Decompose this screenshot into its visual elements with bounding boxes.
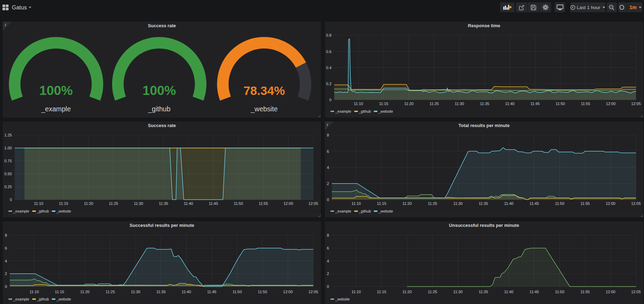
- svg-text:12:00: 12:00: [606, 102, 616, 106]
- svg-text:0: 0: [327, 284, 329, 289]
- svg-text:2: 2: [327, 272, 329, 276]
- svg-text:12:00: 12:00: [606, 201, 615, 206]
- svg-text:4: 4: [327, 165, 329, 170]
- svg-text:11:35: 11:35: [479, 290, 488, 294]
- svg-text:11:55: 11:55: [580, 201, 590, 206]
- svg-text:_github: _github: [148, 105, 170, 113]
- svg-text:12:05: 12:05: [308, 290, 318, 294]
- svg-text:0: 0: [329, 98, 331, 102]
- svg-text:11:15: 11:15: [59, 201, 68, 206]
- svg-text:12:05: 12:05: [631, 290, 641, 294]
- svg-text:_website: _website: [250, 105, 278, 113]
- svg-text:11:10: 11:10: [354, 102, 363, 106]
- svg-text:11:45: 11:45: [529, 290, 539, 294]
- svg-text:11:20: 11:20: [84, 201, 93, 206]
- svg-text:i: i: [327, 123, 328, 127]
- svg-text:4: 4: [5, 259, 7, 263]
- svg-text:11:10: 11:10: [29, 290, 39, 294]
- svg-text:12:00: 12:00: [284, 201, 293, 206]
- svg-text:11:50: 11:50: [556, 102, 565, 106]
- svg-text:11:55: 11:55: [581, 102, 590, 106]
- svg-text:0.8: 0.8: [326, 33, 331, 37]
- svg-text:0.50: 0.50: [5, 172, 12, 176]
- svg-text:11:20: 11:20: [404, 102, 414, 106]
- svg-text:11:55: 11:55: [580, 290, 590, 294]
- svg-text:_example: _example: [41, 105, 71, 113]
- svg-text:11:30: 11:30: [134, 201, 143, 206]
- svg-text:100%: 100%: [142, 83, 176, 98]
- svg-text:i: i: [5, 23, 6, 27]
- svg-text:100%: 100%: [39, 83, 73, 98]
- svg-text:11:45: 11:45: [529, 201, 539, 206]
- svg-text:12:00: 12:00: [283, 290, 293, 294]
- svg-text:1.00: 1.00: [5, 146, 12, 150]
- svg-text:11:45: 11:45: [530, 102, 540, 106]
- svg-text:11:45: 11:45: [207, 290, 217, 294]
- svg-text:11:30: 11:30: [453, 201, 463, 206]
- svg-text:11:25: 11:25: [430, 102, 439, 106]
- svg-text:11:40: 11:40: [184, 201, 193, 206]
- svg-text:11:10: 11:10: [34, 201, 43, 206]
- svg-text:11:15: 11:15: [55, 290, 64, 294]
- svg-text:0: 0: [327, 198, 329, 202]
- svg-text:11:40: 11:40: [505, 102, 514, 106]
- svg-text:11:15: 11:15: [377, 290, 386, 294]
- svg-text:11:20: 11:20: [402, 290, 412, 294]
- svg-text:0.4: 0.4: [326, 66, 331, 70]
- svg-text:11:20: 11:20: [80, 290, 90, 294]
- svg-text:11:30: 11:30: [453, 290, 463, 294]
- svg-text:11:55: 11:55: [258, 290, 267, 294]
- svg-text:1.25: 1.25: [5, 133, 12, 137]
- svg-text:2: 2: [5, 272, 7, 276]
- svg-text:11:35: 11:35: [480, 102, 489, 106]
- svg-text:11:50: 11:50: [555, 290, 564, 294]
- svg-text:11:25: 11:25: [109, 201, 118, 206]
- svg-text:0.2: 0.2: [326, 82, 331, 86]
- svg-text:11:35: 11:35: [479, 201, 488, 206]
- svg-text:12:05: 12:05: [631, 102, 641, 106]
- svg-text:12:05: 12:05: [308, 201, 318, 206]
- svg-text:11:40: 11:40: [182, 290, 191, 294]
- svg-text:11:30: 11:30: [131, 290, 140, 294]
- svg-text:0.75: 0.75: [5, 159, 12, 163]
- svg-text:0: 0: [5, 284, 7, 289]
- svg-text:11:45: 11:45: [209, 201, 218, 206]
- svg-text:11:25: 11:25: [428, 290, 437, 294]
- svg-text:0.6: 0.6: [326, 50, 331, 54]
- svg-text:11:25: 11:25: [105, 290, 115, 294]
- svg-text:2: 2: [327, 181, 329, 186]
- svg-text:12:05: 12:05: [631, 201, 641, 206]
- svg-text:11:50: 11:50: [233, 290, 242, 294]
- svg-text:6: 6: [327, 246, 329, 250]
- svg-text:11:40: 11:40: [504, 201, 514, 206]
- svg-text:78.34%: 78.34%: [243, 84, 285, 97]
- svg-text:8: 8: [327, 133, 329, 137]
- svg-text:11:40: 11:40: [504, 290, 514, 294]
- svg-text:11:50: 11:50: [234, 201, 243, 206]
- svg-text:11:35: 11:35: [159, 201, 168, 206]
- svg-text:0.25: 0.25: [5, 185, 12, 189]
- svg-text:11:20: 11:20: [402, 201, 412, 206]
- svg-text:11:15: 11:15: [377, 201, 386, 206]
- svg-text:4: 4: [327, 259, 329, 263]
- svg-text:11:55: 11:55: [259, 201, 268, 206]
- svg-text:6: 6: [5, 246, 7, 250]
- svg-text:11:50: 11:50: [555, 201, 564, 206]
- svg-text:8: 8: [5, 233, 7, 237]
- svg-text:11:25: 11:25: [428, 201, 437, 206]
- svg-text:6: 6: [327, 149, 329, 154]
- svg-text:11:35: 11:35: [156, 290, 166, 294]
- svg-text:11:15: 11:15: [379, 102, 388, 106]
- svg-text:11:10: 11:10: [352, 290, 361, 294]
- svg-text:11:30: 11:30: [455, 102, 464, 106]
- svg-text:12:00: 12:00: [606, 290, 615, 294]
- svg-text:8: 8: [327, 233, 329, 237]
- svg-text:11:10: 11:10: [352, 201, 361, 206]
- svg-text:0: 0: [10, 198, 12, 202]
